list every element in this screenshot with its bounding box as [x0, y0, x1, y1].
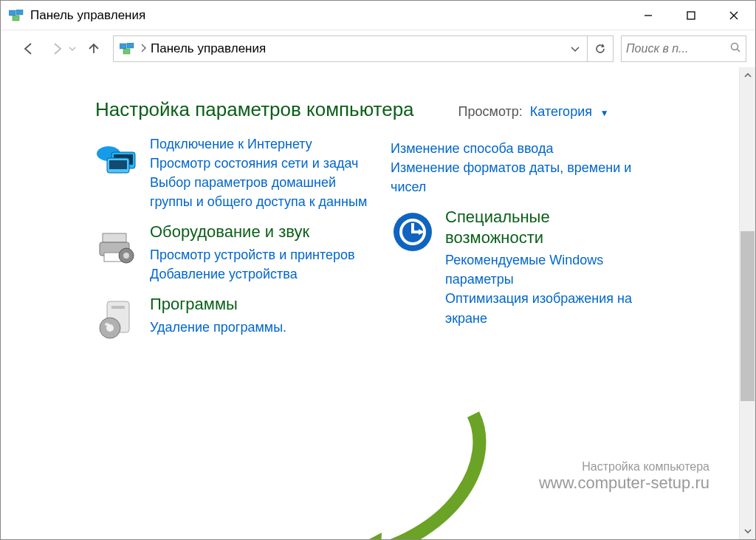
svg-rect-9 — [123, 49, 130, 54]
programs-icon — [95, 297, 140, 341]
svg-rect-23 — [111, 306, 125, 309]
refresh-button[interactable] — [588, 36, 613, 61]
breadcrumb-separator-icon[interactable] — [136, 44, 151, 55]
link-change-formats[interactable]: Изменение форматов даты, времени и чисел — [391, 158, 634, 196]
svg-line-11 — [738, 49, 740, 52]
svg-rect-7 — [120, 44, 126, 49]
chevron-down-icon: ▼ — [600, 108, 609, 118]
watermark-line2: www.computer-setup.ru — [539, 474, 709, 493]
address-bar[interactable]: Панель управления — [113, 35, 614, 62]
view-by-value: Категория — [530, 104, 592, 119]
svg-rect-17 — [103, 233, 126, 242]
search-input[interactable] — [626, 42, 729, 55]
minimize-button[interactable] — [627, 1, 670, 30]
recent-locations-button[interactable] — [66, 35, 79, 62]
ease-of-access-icon — [391, 210, 435, 254]
search-box[interactable] — [621, 35, 746, 62]
link-view-devices[interactable]: Просмотр устройств и принтеров — [150, 245, 368, 264]
category-programs: Программы Удаление программы. — [95, 294, 368, 341]
control-panel-icon — [8, 7, 24, 24]
view-by-dropdown[interactable]: Категория ▼ — [523, 104, 609, 120]
address-control-panel-icon — [114, 43, 136, 55]
category-title-programs[interactable]: Программы — [150, 294, 368, 315]
titlebar: Панель управления — [1, 1, 755, 30]
back-button[interactable] — [16, 35, 42, 62]
page-title: Настройка параметров компьютера — [95, 98, 414, 121]
watermark-line1: Настройка компьютера — [539, 460, 709, 474]
category-title-ease[interactable]: Специальные возможности — [445, 207, 634, 247]
search-icon[interactable] — [729, 41, 741, 57]
navigation-bar: Панель управления — [1, 30, 755, 67]
network-icon — [95, 137, 140, 182]
svg-point-21 — [123, 253, 129, 259]
maximize-button[interactable] — [670, 1, 712, 30]
link-homegroup-sharing[interactable]: Выбор параметров домашней группы и общег… — [150, 173, 368, 211]
category-clock-region: Изменение способа ввода Изменение формат… — [391, 139, 634, 196]
link-uninstall-program[interactable]: Удаление программы. — [150, 318, 368, 337]
scroll-track[interactable] — [740, 83, 755, 523]
link-change-input[interactable]: Изменение способа ввода — [391, 139, 634, 158]
svg-rect-4 — [687, 12, 695, 19]
svg-point-26 — [105, 323, 109, 326]
category-network: Подключение к Интернету Просмотр состоян… — [95, 134, 368, 211]
link-connect-internet[interactable]: Подключение к Интернету — [150, 134, 368, 154]
svg-rect-16 — [109, 160, 127, 169]
breadcrumb-location[interactable]: Панель управления — [151, 41, 266, 56]
view-by-label: Просмотр: — [458, 104, 523, 120]
up-button[interactable] — [80, 35, 107, 62]
svg-point-10 — [732, 43, 738, 49]
close-button[interactable] — [712, 1, 755, 30]
svg-rect-1 — [16, 10, 23, 15]
link-recommended-settings[interactable]: Рекомендуемые Windows параметры — [445, 250, 634, 289]
link-network-status[interactable]: Просмотр состояния сети и задач — [150, 154, 368, 173]
scroll-up-button[interactable] — [740, 67, 755, 83]
content-area: Настройка параметров компьютера Просмотр… — [1, 67, 739, 539]
category-hardware-sound: Оборудование и звук Просмотр устройств и… — [95, 222, 368, 284]
vertical-scrollbar[interactable] — [739, 67, 755, 539]
window-title: Панель управления — [30, 8, 145, 23]
address-dropdown-button[interactable] — [563, 36, 588, 61]
link-add-device[interactable]: Добавление устройства — [150, 264, 368, 284]
window-controls — [627, 1, 755, 30]
printer-icon — [95, 225, 140, 269]
annotation-arrow-icon — [318, 407, 510, 539]
watermark: Настройка компьютера www.computer-setup.… — [539, 460, 709, 493]
svg-rect-2 — [13, 16, 19, 21]
scroll-thumb[interactable] — [740, 231, 755, 401]
svg-rect-0 — [9, 10, 16, 16]
category-ease-of-access: Специальные возможности Рекомендуемые Wi… — [391, 207, 634, 327]
svg-rect-8 — [127, 43, 134, 48]
link-optimize-display[interactable]: Оптимизация изображения на экране — [445, 289, 634, 327]
category-title-hardware[interactable]: Оборудование и звук — [150, 222, 368, 242]
scroll-down-button[interactable] — [740, 523, 755, 539]
